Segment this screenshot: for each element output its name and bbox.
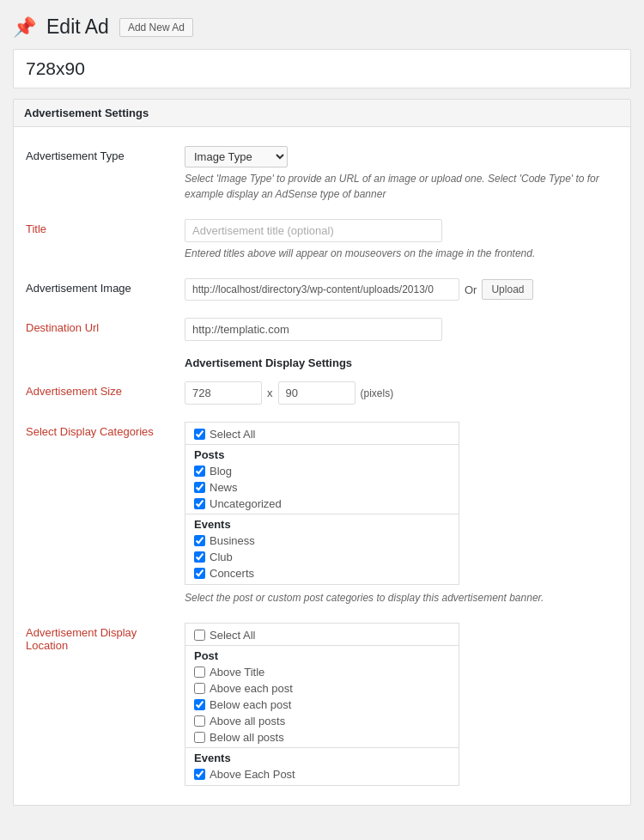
cat-news-checkbox[interactable]	[194, 482, 205, 493]
categories-checkbox-list: Select All Posts Blog News	[185, 422, 459, 585]
ad-image-input[interactable]	[185, 278, 459, 301]
display-settings-header-row: Advertisement Display Settings	[26, 350, 618, 373]
cat-blog-checkbox[interactable]	[194, 466, 205, 477]
categories-scrollable: Select All Posts Blog News	[185, 422, 459, 585]
dest-url-row: Destination Url	[26, 309, 618, 350]
cat-business: Business	[185, 533, 459, 549]
cat-select-all: Select All	[185, 426, 459, 442]
ad-height-input[interactable]	[278, 381, 355, 405]
page-header: 📌 Edit Ad Add New Ad	[13, 9, 631, 49]
dest-url-label: Destination Url	[26, 318, 176, 334]
cat-blog: Blog	[185, 463, 459, 479]
pin-icon: 📌	[13, 16, 36, 39]
ad-image-row: Advertisement Image Or Upload	[26, 270, 618, 309]
advertisement-settings-box: Advertisement Settings Advertisement Typ…	[13, 99, 631, 806]
ad-title-box: 728x90	[13, 49, 631, 88]
ad-width-input[interactable]	[185, 381, 262, 405]
loc-above-each-event-post-checkbox[interactable]	[194, 769, 205, 780]
ad-size-label: Advertisement Size	[26, 381, 176, 398]
page-wrapper: 📌 Edit Ad Add New Ad 728x90 Advertisemen…	[0, 0, 644, 814]
loc-above-all-posts-checkbox[interactable]	[194, 715, 205, 727]
display-categories-label: Select Display Categories	[26, 422, 176, 438]
cat-educational-checkbox[interactable]	[194, 584, 205, 585]
dest-url-control	[185, 318, 618, 341]
display-settings-header-area: Advertisement Display Settings	[185, 356, 618, 369]
loc-above-each-post: Above each post	[185, 680, 459, 697]
meta-box-content: Advertisement Type Image Type Code Type …	[14, 127, 630, 805]
ad-type-label: Advertisement Type	[26, 146, 176, 162]
loc-above-title-checkbox[interactable]	[194, 667, 205, 678]
x-label: x	[267, 387, 273, 399]
loc-group-post: Post	[185, 645, 459, 664]
cat-business-checkbox[interactable]	[194, 535, 205, 546]
loc-below-all-posts: Below all posts	[185, 729, 459, 746]
loc-below-each-post: Below each post	[185, 697, 459, 713]
cat-group-posts: Posts	[185, 444, 459, 463]
display-settings-header-label: Advertisement Display Settings	[185, 356, 352, 369]
cat-concerts-checkbox[interactable]	[194, 568, 205, 579]
upload-button[interactable]: Upload	[482, 279, 533, 300]
ad-type-row: Advertisement Type Image Type Code Type …	[26, 137, 618, 210]
title-label: Title	[26, 219, 176, 235]
loc-select-all-checkbox[interactable]	[194, 630, 205, 641]
loc-above-event-category-title: Above Event Category Title	[185, 782, 459, 786]
display-settings-spacer	[26, 356, 176, 360]
cat-select-all-checkbox[interactable]	[194, 429, 205, 440]
location-scrollable: Select All Post Above Title Above each p…	[185, 623, 459, 786]
title-help: Entered titles above will appear on mous…	[185, 246, 618, 261]
page-title: Edit Ad	[46, 15, 109, 39]
loc-above-all-posts: Above all posts	[185, 713, 459, 729]
cat-educational: Educational	[185, 581, 459, 585]
loc-below-all-posts-checkbox[interactable]	[194, 732, 205, 743]
ad-type-select[interactable]: Image Type Code Type	[185, 146, 288, 167]
display-categories-control: Select All Posts Blog News	[185, 422, 618, 606]
meta-box-title: Advertisement Settings	[14, 100, 630, 127]
pixels-label: (pixels)	[361, 387, 394, 399]
cat-news: News	[185, 479, 459, 496]
size-input-row: x (pixels)	[185, 381, 618, 405]
title-input[interactable]	[185, 219, 442, 242]
cat-club-checkbox[interactable]	[194, 551, 205, 563]
loc-above-each-post-checkbox[interactable]	[194, 683, 205, 694]
display-location-label: Advertisement Display Location	[26, 623, 176, 652]
title-row: Title Entered titles above will appear o…	[26, 210, 618, 270]
loc-above-title: Above Title	[185, 664, 459, 680]
cat-concerts: Concerts	[185, 565, 459, 581]
display-location-control: Select All Post Above Title Above each p…	[185, 623, 618, 786]
ad-type-control: Image Type Code Type Select 'Image Type'…	[185, 146, 618, 202]
add-new-button[interactable]: Add New Ad	[119, 18, 193, 37]
or-label: Or	[465, 283, 477, 296]
loc-below-each-post-checkbox[interactable]	[194, 699, 205, 710]
ad-image-control: Or Upload	[185, 278, 618, 301]
loc-group-events: Events	[185, 747, 459, 766]
cat-uncategorized-checkbox[interactable]	[194, 498, 205, 509]
display-categories-row: Select Display Categories Select All Pos…	[26, 413, 618, 614]
ad-type-help: Select 'Image Type' to provide an URL of…	[185, 171, 618, 202]
location-checkbox-list: Select All Post Above Title Above each p…	[185, 623, 459, 786]
display-location-row: Advertisement Display Location Select Al…	[26, 614, 618, 794]
cat-club: Club	[185, 549, 459, 565]
ad-image-label: Advertisement Image	[26, 278, 176, 295]
title-control: Entered titles above will appear on mous…	[185, 219, 618, 261]
dest-url-input[interactable]	[185, 318, 442, 341]
categories-help: Select the post or custom post categorie…	[185, 590, 618, 606]
loc-above-event-category-title-checkbox[interactable]	[194, 785, 205, 786]
image-input-row: Or Upload	[185, 278, 618, 301]
ad-size-row: Advertisement Size x (pixels)	[26, 373, 618, 413]
cat-group-events: Events	[185, 514, 459, 533]
loc-above-each-event-post: Above Each Post	[185, 766, 459, 782]
ad-size-control: x (pixels)	[185, 381, 618, 405]
cat-uncategorized: Uncategorized	[185, 496, 459, 512]
loc-select-all: Select All	[185, 627, 459, 643]
